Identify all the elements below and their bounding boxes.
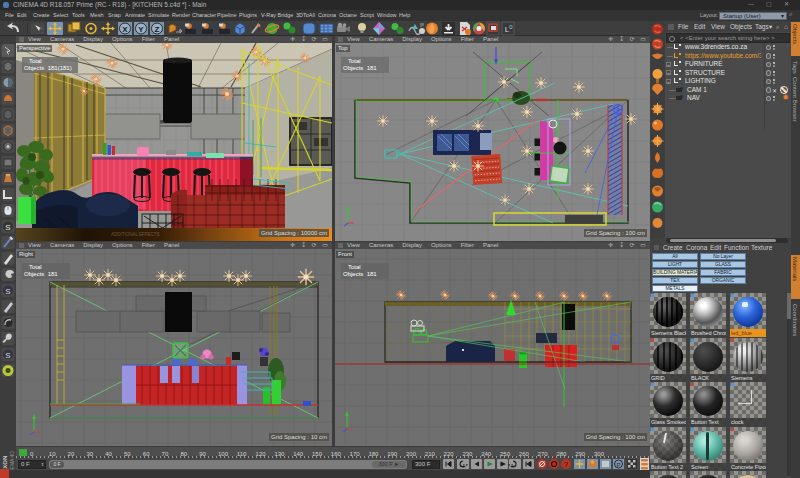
svg-text:Y: Y [138, 25, 144, 34]
svg-text:S: S [5, 351, 10, 360]
svg-text:S: S [5, 223, 10, 232]
svg-text:ADDITIONAL EFFECTS: ADDITIONAL EFFECTS [111, 232, 160, 237]
svg-text:Z: Z [155, 25, 160, 34]
svg-text:P: P [616, 462, 620, 468]
svg-text:X: X [122, 25, 128, 34]
svg-text:?: ? [564, 461, 568, 468]
svg-text:S: S [5, 287, 10, 296]
